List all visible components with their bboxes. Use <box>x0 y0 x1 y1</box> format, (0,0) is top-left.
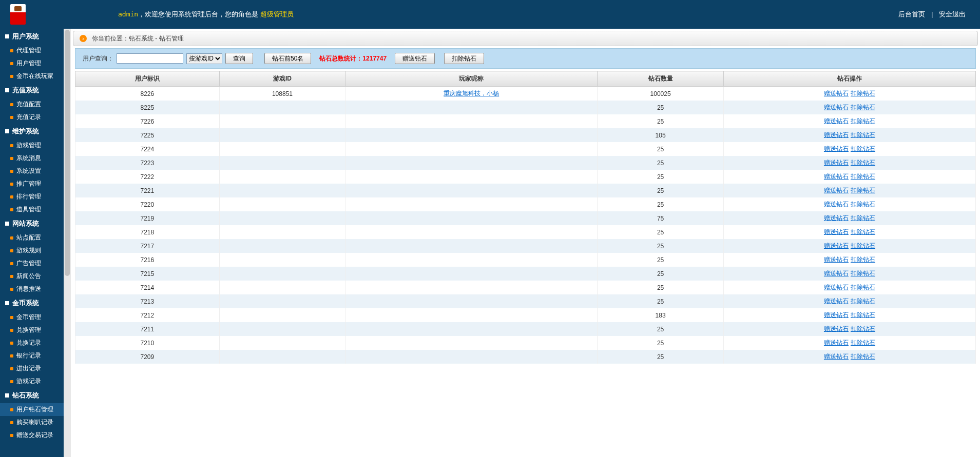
row-give-link[interactable]: 赠送钻石 <box>824 187 849 194</box>
cell-gameid: 108851 <box>219 87 345 101</box>
nav-item-充值记录[interactable]: 充值记录 <box>0 111 64 124</box>
row-deduct-link[interactable]: 扣除钻石 <box>851 311 875 319</box>
row-give-link[interactable]: 赠送钻石 <box>824 90 849 97</box>
nav-item-道具管理[interactable]: 道具管理 <box>0 203 64 216</box>
search-input[interactable] <box>117 53 183 64</box>
cell-gameid <box>219 322 345 336</box>
row-deduct-link[interactable]: 扣除钻石 <box>851 284 875 291</box>
nav-item-排行管理[interactable]: 排行管理 <box>0 190 64 203</box>
home-link[interactable]: 后台首页 <box>894 10 929 18</box>
nav-item-推广管理[interactable]: 推广管理 <box>0 177 64 190</box>
row-give-link[interactable]: 赠送钻石 <box>824 325 849 332</box>
nav-item-进出记录[interactable]: 进出记录 <box>0 362 64 375</box>
row-deduct-link[interactable]: 扣除钻石 <box>851 104 875 111</box>
nav-group-网站系统[interactable]: 网站系统 <box>0 216 64 231</box>
row-give-link[interactable]: 赠送钻石 <box>824 173 849 180</box>
nav-group-钻石系统[interactable]: 钻石系统 <box>0 388 64 403</box>
nav-item-广告管理[interactable]: 广告管理 <box>0 257 64 270</box>
row-give-link[interactable]: 赠送钻石 <box>824 256 849 263</box>
sidebar-scrollbar[interactable] <box>64 29 71 457</box>
row-give-link[interactable]: 赠送钻石 <box>824 214 849 222</box>
nav-item-充值配置[interactable]: 充值配置 <box>0 98 64 111</box>
cell-gameid <box>219 114 345 128</box>
nav-item-金币在线玩家[interactable]: 金币在线玩家 <box>0 70 64 83</box>
cell-ops: 赠送钻石扣除钻石 <box>723 101 975 114</box>
top50-button[interactable]: 钻石前50名 <box>264 53 311 64</box>
nav-item-系统消息[interactable]: 系统消息 <box>0 152 64 165</box>
nav-item-银行记录[interactable]: 银行记录 <box>0 349 64 362</box>
row-deduct-link[interactable]: 扣除钻石 <box>851 201 875 208</box>
row-give-link[interactable]: 赠送钻石 <box>824 353 849 360</box>
row-deduct-link[interactable]: 扣除钻石 <box>851 270 875 277</box>
cell-uid: 7221 <box>75 184 220 197</box>
row-deduct-link[interactable]: 扣除钻石 <box>851 228 875 235</box>
row-give-link[interactable]: 赠送钻石 <box>824 131 849 138</box>
row-give-link[interactable]: 赠送钻石 <box>824 270 849 277</box>
cell-ops: 赠送钻石扣除钻石 <box>723 170 975 184</box>
row-deduct-link[interactable]: 扣除钻石 <box>851 145 875 152</box>
nav-item-游戏管理[interactable]: 游戏管理 <box>0 139 64 152</box>
nav-item-游戏规则[interactable]: 游戏规则 <box>0 244 64 257</box>
row-give-link[interactable]: 赠送钻石 <box>824 201 849 208</box>
nav-item-游戏记录[interactable]: 游戏记录 <box>0 375 64 388</box>
cell-ops: 赠送钻石扣除钻石 <box>723 350 975 364</box>
row-give-link[interactable]: 赠送钻石 <box>824 159 849 166</box>
nav-item-新闻公告[interactable]: 新闻公告 <box>0 270 64 283</box>
cell-uid: 7222 <box>75 170 220 184</box>
row-deduct-link[interactable]: 扣除钻石 <box>851 242 875 249</box>
cell-nickname <box>345 197 598 211</box>
table-row: 721725赠送钻石扣除钻石 <box>75 239 976 253</box>
nav-item-兑换管理[interactable]: 兑换管理 <box>0 324 64 336</box>
col-header: 钻石数量 <box>598 71 724 87</box>
row-deduct-link[interactable]: 扣除钻石 <box>851 214 875 222</box>
row-deduct-link[interactable]: 扣除钻石 <box>851 297 875 305</box>
table-row: 721525赠送钻石扣除钻石 <box>75 267 976 281</box>
query-button[interactable]: 查询 <box>225 53 253 64</box>
nav-item-用户管理[interactable]: 用户管理 <box>0 57 64 70</box>
nav-group-充值系统[interactable]: 充值系统 <box>0 83 64 98</box>
search-by-select[interactable]: 按游戏ID <box>186 53 222 64</box>
row-deduct-link[interactable]: 扣除钻石 <box>851 117 875 125</box>
row-give-link[interactable]: 赠送钻石 <box>824 311 849 319</box>
row-give-link[interactable]: 赠送钻石 <box>824 297 849 305</box>
row-give-link[interactable]: 赠送钻石 <box>824 284 849 291</box>
row-deduct-link[interactable]: 扣除钻石 <box>851 131 875 138</box>
row-give-link[interactable]: 赠送钻石 <box>824 104 849 111</box>
nav-item-用户钻石管理[interactable]: 用户钻石管理 <box>0 403 64 416</box>
row-deduct-link[interactable]: 扣除钻石 <box>851 187 875 194</box>
row-deduct-link[interactable]: 扣除钻石 <box>851 339 875 346</box>
nav-group-金币系统[interactable]: 金币系统 <box>0 295 64 311</box>
row-give-link[interactable]: 赠送钻石 <box>824 339 849 346</box>
nav-item-兑换记录[interactable]: 兑换记录 <box>0 336 64 349</box>
cell-ops: 赠送钻石扣除钻石 <box>723 253 975 267</box>
cell-nickname <box>345 184 598 197</box>
row-deduct-link[interactable]: 扣除钻石 <box>851 90 875 97</box>
row-deduct-link[interactable]: 扣除钻石 <box>851 173 875 180</box>
scrollbar-thumb[interactable] <box>65 30 70 276</box>
nav-item-站点配置[interactable]: 站点配置 <box>0 231 64 244</box>
nav-group-维护系统[interactable]: 维护系统 <box>0 124 64 139</box>
cell-ops: 赠送钻石扣除钻石 <box>723 225 975 239</box>
row-give-link[interactable]: 赠送钻石 <box>824 145 849 152</box>
nickname-link[interactable]: 重庆魔旭科技，小杨 <box>444 90 499 97</box>
row-give-link[interactable]: 赠送钻石 <box>824 117 849 125</box>
nav-item-系统设置[interactable]: 系统设置 <box>0 165 64 177</box>
row-deduct-link[interactable]: 扣除钻石 <box>851 159 875 166</box>
row-deduct-link[interactable]: 扣除钻石 <box>851 325 875 332</box>
row-deduct-link[interactable]: 扣除钻石 <box>851 256 875 263</box>
deduct-diamond-button[interactable]: 扣除钻石 <box>444 53 484 64</box>
nav-item-赠送交易记录[interactable]: 赠送交易记录 <box>0 429 64 442</box>
give-diamond-button[interactable]: 赠送钻石 <box>395 53 435 64</box>
nav-group-用户系统[interactable]: 用户系统 <box>0 29 64 44</box>
cell-gameid <box>219 281 345 294</box>
row-give-link[interactable]: 赠送钻石 <box>824 242 849 249</box>
nav-item-代理管理[interactable]: 代理管理 <box>0 44 64 57</box>
row-deduct-link[interactable]: 扣除钻石 <box>851 353 875 360</box>
nav-item-金币管理[interactable]: 金币管理 <box>0 311 64 324</box>
cell-nickname <box>345 114 598 128</box>
nav-item-购买喇叭记录[interactable]: 购买喇叭记录 <box>0 416 64 429</box>
row-give-link[interactable]: 赠送钻石 <box>824 228 849 235</box>
cell-ops: 赠送钻石扣除钻石 <box>723 281 975 294</box>
nav-item-消息推送[interactable]: 消息推送 <box>0 283 64 295</box>
logout-link[interactable]: 安全退出 <box>935 10 970 18</box>
